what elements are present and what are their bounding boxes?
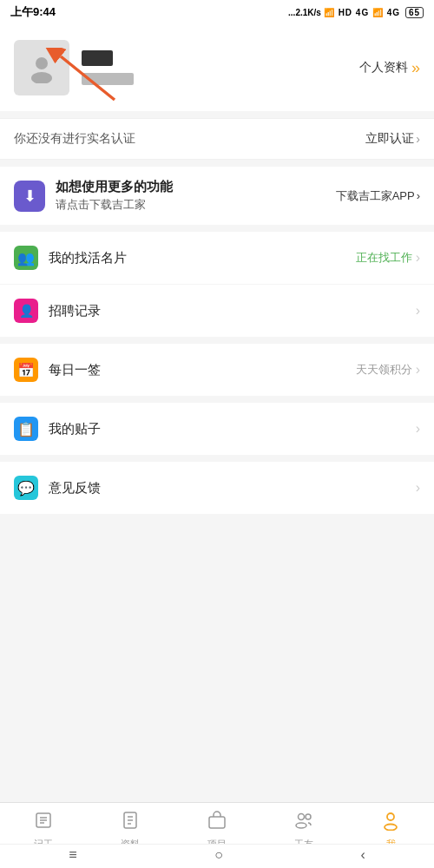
download-action[interactable]: 下载吉工家APP › xyxy=(336,188,420,204)
jigong-icon xyxy=(33,810,54,834)
profile-left xyxy=(14,40,134,95)
recruitment-label: 招聘记录 xyxy=(49,303,101,319)
recruitment-chevron: › xyxy=(416,303,420,319)
recruitment-icon: 👤 xyxy=(14,299,38,323)
signal-text: ...2.1K/s xyxy=(288,8,321,17)
download-text: 如想使用更多的功能 请点击下载吉工家 xyxy=(56,179,173,213)
menu-section-4: 💬 意见反馈 › xyxy=(0,462,434,514)
daily-sub: 天天领积分 xyxy=(356,362,412,378)
daily-label: 每日一签 xyxy=(49,362,101,378)
menu-left: 👥 我的找活名片 xyxy=(14,246,127,270)
posts-label: 我的贴子 xyxy=(49,421,101,437)
download-title: 如想使用更多的功能 xyxy=(56,179,173,195)
realname-hint: 你还没有进行实名认证 xyxy=(14,131,135,147)
download-icon-symbol: ⬇ xyxy=(23,187,36,206)
feedback-icon-symbol: 💬 xyxy=(17,480,35,496)
menu-item-recruitment[interactable]: 👤 招聘记录 › xyxy=(0,285,434,337)
menu-item-daily[interactable]: 📅 每日一签 天天领积分 › xyxy=(0,344,434,396)
namecard-status: 正在找工作 xyxy=(356,250,412,266)
menu-left: 💬 意见反馈 xyxy=(14,476,101,500)
svg-point-0 xyxy=(36,57,48,69)
menu-left: 📋 我的贴子 xyxy=(14,417,101,441)
status-badges: 📶 HD 4G 📶 4G 65 xyxy=(324,8,424,17)
menu-section-2: 📅 每日一签 天天领积分 › xyxy=(0,344,434,396)
status-time: 上午9:44 xyxy=(10,4,56,20)
username-block xyxy=(82,50,113,66)
feedback-right: › xyxy=(416,480,420,496)
profile-section[interactable]: 个人资料 » xyxy=(0,24,434,111)
wo-icon xyxy=(380,810,401,834)
daily-chevron: › xyxy=(416,362,420,378)
svg-point-16 xyxy=(387,813,394,820)
namecard-icon-symbol: 👥 xyxy=(17,250,35,266)
realname-action-label: 立即认证 xyxy=(365,131,414,147)
menu-section-1: 👥 我的找活名片 正在找工作 › 👤 招聘记录 › xyxy=(0,232,434,337)
download-action-arrow: › xyxy=(417,189,420,202)
nav-hints: ≡ ○ ‹ xyxy=(0,844,434,868)
feedback-icon: 💬 xyxy=(14,476,38,500)
profile-link-label: 个人资料 xyxy=(359,60,408,76)
namecard-icon: 👥 xyxy=(14,246,38,270)
nav-menu-icon: ≡ xyxy=(69,847,76,863)
nav-home-icon: ○ xyxy=(214,847,223,863)
profile-link-arrow: » xyxy=(411,59,420,77)
userinfo-block xyxy=(82,73,134,85)
posts-icon: 📋 xyxy=(14,417,38,441)
posts-icon-symbol: 📋 xyxy=(17,421,35,437)
download-action-label: 下载吉工家APP xyxy=(336,188,415,204)
svg-rect-12 xyxy=(209,817,225,828)
download-banner[interactable]: ⬇ 如想使用更多的功能 请点击下载吉工家 下载吉工家APP › xyxy=(0,167,434,225)
menu-left: 👤 招聘记录 xyxy=(14,299,101,323)
svg-point-14 xyxy=(296,823,306,828)
nav-back-icon: ‹ xyxy=(360,847,365,863)
menu-item-posts[interactable]: 📋 我的贴子 › xyxy=(0,403,434,455)
namecard-right: 正在找工作 › xyxy=(356,250,420,266)
daily-right: 天天领积分 › xyxy=(356,362,420,378)
posts-chevron: › xyxy=(416,421,420,437)
daily-icon-symbol: 📅 xyxy=(17,362,35,378)
daily-icon: 📅 xyxy=(14,358,38,382)
profile-info xyxy=(82,50,134,85)
feedback-chevron: › xyxy=(416,480,420,496)
menu-left: 📅 每日一签 xyxy=(14,358,101,382)
download-left: ⬇ 如想使用更多的功能 请点击下载吉工家 xyxy=(14,179,173,213)
realname-action[interactable]: 立即认证 › xyxy=(365,131,420,147)
download-sub: 请点击下载吉工家 xyxy=(56,197,173,213)
avatar xyxy=(14,40,69,95)
ziliao-icon xyxy=(120,810,141,834)
namecard-chevron: › xyxy=(416,250,420,266)
profile-link[interactable]: 个人资料 » xyxy=(359,59,420,77)
menu-item-feedback[interactable]: 💬 意见反馈 › xyxy=(0,462,434,514)
status-bar: 上午9:44 ...2.1K/s 📶 HD 4G 📶 4G 65 xyxy=(0,0,434,24)
recruitment-right: › xyxy=(416,303,420,319)
recruitment-icon-symbol: 👤 xyxy=(19,304,34,318)
empty-space xyxy=(0,514,434,583)
menu-section-3: 📋 我的贴子 › xyxy=(0,403,434,455)
namecard-label: 我的找活名片 xyxy=(49,250,127,266)
status-icons: ...2.1K/s 📶 HD 4G 📶 4G 65 xyxy=(288,8,424,17)
realname-action-arrow: › xyxy=(416,132,420,146)
svg-point-17 xyxy=(385,825,397,831)
gongyou-icon xyxy=(293,810,314,834)
posts-right: › xyxy=(416,421,420,437)
svg-point-13 xyxy=(299,814,305,820)
xiangmu-icon xyxy=(207,810,227,834)
menu-item-namecard[interactable]: 👥 我的找活名片 正在找工作 › xyxy=(0,232,434,285)
download-icon: ⬇ xyxy=(14,181,45,212)
svg-point-15 xyxy=(306,814,311,819)
realname-banner[interactable]: 你还没有进行实名认证 立即认证 › xyxy=(0,118,434,160)
svg-point-1 xyxy=(31,72,52,83)
feedback-label: 意见反馈 xyxy=(49,480,101,496)
